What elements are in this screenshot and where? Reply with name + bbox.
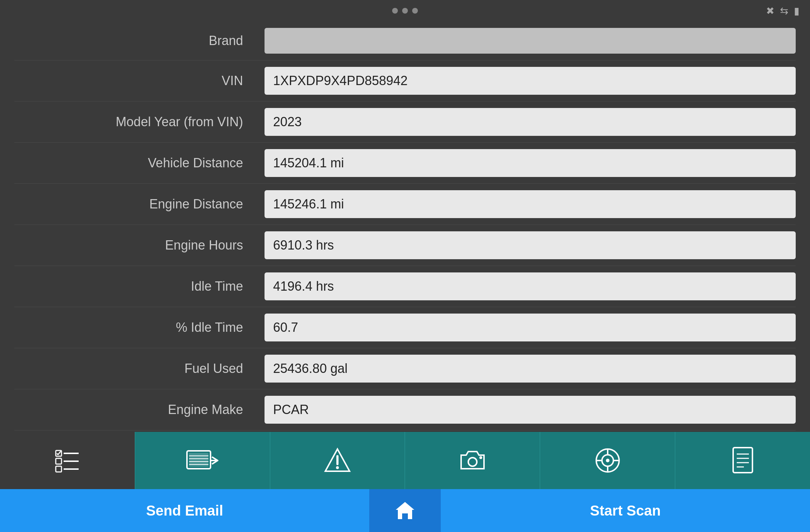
engine-make-label: Engine Make — [14, 402, 265, 417]
start-scan-button[interactable]: Start Scan — [441, 489, 810, 532]
fuel-used-value: 25436.80 gal — [265, 355, 796, 383]
checklist-icon — [53, 446, 82, 475]
engine-distance-value: 145246.1 mi — [265, 190, 796, 218]
dot-2 — [402, 8, 408, 14]
home-button[interactable] — [369, 489, 441, 532]
bluetooth-icon: ✖ — [766, 5, 774, 17]
vehicle-distance-row: Vehicle Distance 145204.1 mi — [14, 143, 796, 184]
vin-value: 1XPXDP9X4PD858942 — [265, 67, 796, 95]
svg-point-19 — [479, 456, 482, 459]
signal-icon: ⇆ — [780, 5, 788, 17]
engine-distance-row: Engine Distance 145246.1 mi — [14, 184, 796, 225]
dot-3 — [412, 8, 418, 14]
brand-label: Brand — [14, 33, 265, 48]
battery-icon: ▮ — [794, 5, 799, 17]
warning-icon — [323, 446, 352, 475]
engine-hours-row: Engine Hours 6910.3 hrs — [14, 225, 796, 266]
report-icon — [730, 446, 755, 475]
nav-tire[interactable] — [540, 432, 675, 489]
engine-make-row: Engine Make PCAR — [14, 389, 796, 430]
svg-point-18 — [468, 458, 477, 466]
home-icon — [394, 500, 416, 521]
top-dots — [392, 8, 418, 14]
pct-idle-time-row: % Idle Time 60.7 — [14, 307, 796, 348]
engine-hours-value: 6910.3 hrs — [265, 231, 796, 259]
nav-report[interactable] — [675, 432, 810, 489]
brand-value — [265, 28, 796, 54]
fuel-used-row: Fuel Used 25436.80 gal — [14, 348, 796, 389]
engine-distance-label: Engine Distance — [14, 197, 265, 212]
top-bar: ✖ ⇆ ▮ — [0, 0, 810, 21]
svg-rect-4 — [56, 466, 61, 472]
idle-time-value: 4196.4 hrs — [265, 272, 796, 300]
diagnostic-icon — [186, 448, 218, 473]
dot-1 — [392, 8, 398, 14]
send-email-button[interactable]: Send Email — [0, 489, 369, 532]
svg-point-17 — [336, 466, 339, 469]
nav-checklist[interactable] — [0, 432, 135, 489]
main-content: Brand VIN 1XPXDP9X4PD858942 Model Year (… — [0, 21, 810, 432]
pct-idle-time-label: % Idle Time — [14, 320, 265, 335]
idle-time-label: Idle Time — [14, 279, 265, 294]
bottom-action-bar: Send Email Start Scan — [0, 489, 810, 532]
status-icons: ✖ ⇆ ▮ — [766, 5, 799, 17]
vehicle-distance-label: Vehicle Distance — [14, 156, 265, 171]
svg-line-2 — [58, 451, 61, 455]
fuel-used-label: Fuel Used — [14, 361, 265, 376]
vehicle-distance-value: 145204.1 mi — [265, 149, 796, 177]
svg-rect-3 — [56, 458, 61, 464]
svg-marker-32 — [396, 502, 414, 519]
model-year-value: 2023 — [265, 108, 796, 136]
nav-warning[interactable] — [270, 432, 405, 489]
vin-row: VIN 1XPXDP9X4PD858942 — [14, 60, 796, 102]
engine-make-value: PCAR — [265, 396, 796, 424]
svg-point-22 — [606, 459, 609, 462]
model-year-row: Model Year (from VIN) 2023 — [14, 102, 796, 143]
nav-diagnostic[interactable] — [135, 432, 270, 489]
nav-camera[interactable] — [405, 432, 540, 489]
idle-time-row: Idle Time 4196.4 hrs — [14, 266, 796, 307]
brand-row: Brand — [14, 21, 796, 60]
camera-icon — [458, 448, 487, 473]
tire-icon — [593, 446, 622, 475]
bottom-nav — [0, 432, 810, 489]
engine-hours-label: Engine Hours — [14, 238, 265, 253]
model-year-label: Model Year (from VIN) — [14, 114, 265, 129]
vin-label: VIN — [14, 73, 265, 88]
svg-rect-27 — [733, 448, 752, 473]
pct-idle-time-value: 60.7 — [265, 314, 796, 341]
